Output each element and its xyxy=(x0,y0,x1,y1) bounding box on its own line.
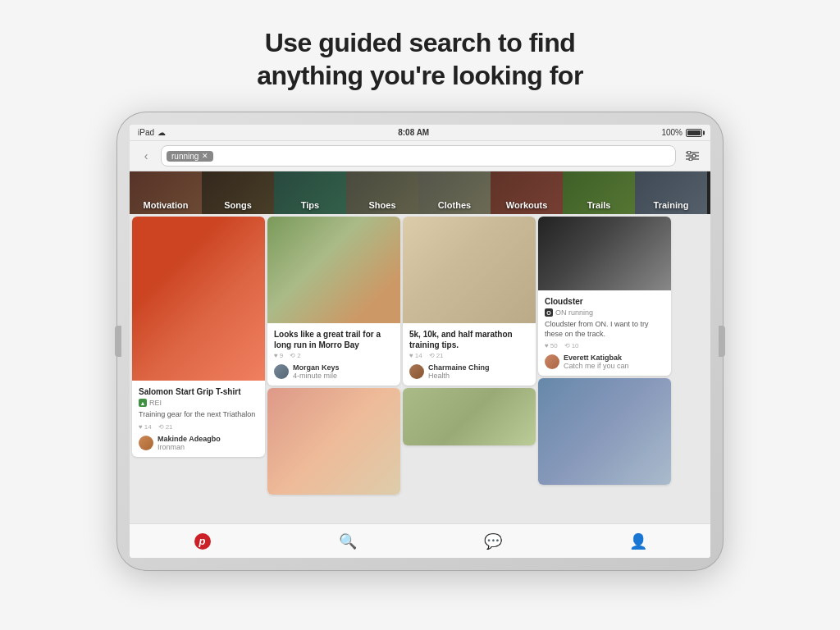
status-time: 8:08 AM xyxy=(398,128,429,137)
pin-card-2[interactable]: Looks like a great trail for a long run … xyxy=(267,217,400,386)
category-tips[interactable]: Tips xyxy=(274,171,346,214)
pin-column-3: 5k, 10k, and half marathon training tips… xyxy=(403,217,536,521)
category-workouts-label: Workouts xyxy=(506,200,548,214)
pin-body-4: 5k, 10k, and half marathon training tips… xyxy=(403,323,536,386)
pin-source-icon-1: ▲ xyxy=(139,399,147,407)
pin-title-4: 5k, 10k, and half marathon training tips… xyxy=(409,329,529,350)
pin-column-4: Cloudster O ON running Cloudster from ON… xyxy=(538,217,671,521)
pin-avatar-1 xyxy=(139,436,153,450)
status-left: iPad ☁ xyxy=(138,128,166,137)
battery-label: 100% xyxy=(661,128,682,137)
pin-title-1: Salomon Start Grip T-shirt xyxy=(139,386,258,397)
headline-line1: Use guided search to find xyxy=(257,26,583,59)
ipad-screen: iPad ☁ 8:08 AM 100% ‹ running ✕ xyxy=(130,125,710,558)
category-motivation-label: Motivation xyxy=(144,200,189,214)
pin-desc-6: Cloudster from ON. I want to try these o… xyxy=(545,320,664,339)
category-tips-label: Tips xyxy=(301,200,319,214)
content-area: Salomon Start Grip T-shirt ▲ REI Trainin… xyxy=(130,214,710,523)
category-shoes-label: Shoes xyxy=(368,200,395,214)
pin-username-1: Makinde Adeagbo xyxy=(158,435,221,443)
category-trails[interactable]: Trails xyxy=(563,171,635,214)
pin-likes-1: ♥ 14 xyxy=(139,423,152,431)
search-tag-label: running xyxy=(171,152,199,161)
battery-icon xyxy=(686,129,702,137)
pin-user-info-6: Everett Katigbak Catch me if you can xyxy=(564,354,629,370)
filter-button[interactable] xyxy=(682,146,702,166)
category-shoes[interactable]: Shoes xyxy=(346,171,418,214)
pin-body-6: Cloudster O ON running Cloudster from ON… xyxy=(538,290,671,376)
pin-user-2: Morgan Keys 4-minute mile xyxy=(274,363,394,380)
pin-source-icon-6: O xyxy=(545,308,553,317)
pin-card-5[interactable] xyxy=(403,388,536,445)
pin-user-4: Charmaine Ching Health xyxy=(409,363,529,380)
headline: Use guided search to find anything you'r… xyxy=(257,26,583,92)
pin-user-info-1: Makinde Adeagbo Ironman xyxy=(158,435,221,451)
search-nav-icon: 🔍 xyxy=(339,532,357,550)
pin-body-2: Looks like a great trail for a long run … xyxy=(267,323,400,386)
pin-card-6[interactable]: Cloudster O ON running Cloudster from ON… xyxy=(538,217,671,376)
profile-nav-icon: 👤 xyxy=(629,532,647,550)
pin-username-2: Morgan Keys xyxy=(293,363,340,372)
category-clothes[interactable]: Clothes xyxy=(418,171,491,214)
pin-user-info-2: Morgan Keys 4-minute mile xyxy=(293,363,340,380)
headline-line2: anything you're looking for xyxy=(257,59,583,92)
pin-repins-1: ⟲ 21 xyxy=(158,423,173,431)
nav-profile[interactable]: 👤 xyxy=(618,527,659,556)
category-trails-label: Trails xyxy=(587,200,611,214)
nav-home[interactable]: p xyxy=(182,527,223,556)
pin-card-4[interactable]: 5k, 10k, and half marathon training tips… xyxy=(403,217,536,386)
pin-image-1 xyxy=(132,217,265,381)
back-button[interactable]: ‹ xyxy=(138,148,154,164)
pin-repins-2: ⟲ 2 xyxy=(290,352,300,359)
pin-column-2: Looks like a great trail for a long run … xyxy=(267,217,400,521)
search-input-wrap[interactable]: running ✕ xyxy=(161,145,676,167)
pin-likes-4: ♥ 14 xyxy=(409,352,422,359)
pin-likes-2: ♥ 9 xyxy=(274,352,283,359)
category-clothes-label: Clothes xyxy=(438,200,471,214)
nav-search[interactable]: 🔍 xyxy=(327,527,368,556)
svg-point-3 xyxy=(687,151,691,154)
status-right: 100% xyxy=(661,128,702,137)
category-songs-label: Songs xyxy=(224,200,252,214)
pin-username-4: Charmaine Ching xyxy=(428,363,490,372)
pin-desc-1: Training gear for the next Triathalon xyxy=(139,410,258,420)
pin-card-1[interactable]: Salomon Start Grip T-shirt ▲ REI Trainin… xyxy=(132,217,265,457)
ipad-frame: iPad ☁ 8:08 AM 100% ‹ running ✕ xyxy=(116,112,724,571)
category-training[interactable]: Training xyxy=(635,171,707,214)
pin-source-text-1: REI xyxy=(149,399,162,407)
pin-image-6 xyxy=(538,217,671,290)
category-workouts[interactable]: Workouts xyxy=(491,171,563,214)
search-tag[interactable]: running ✕ xyxy=(167,151,213,162)
pin-user-subtitle-6: Catch me if you can xyxy=(564,362,629,370)
pin-image-2 xyxy=(267,217,400,323)
status-bar: iPad ☁ 8:08 AM 100% xyxy=(130,125,710,141)
category-songs[interactable]: Songs xyxy=(202,171,274,214)
pin-image-4 xyxy=(403,217,536,323)
pin-source-1: ▲ REI xyxy=(139,399,258,407)
pin-image-3 xyxy=(267,388,400,495)
pin-user-subtitle-4: Health xyxy=(428,372,490,380)
pin-repins-6: ⟲ 10 xyxy=(564,342,579,349)
category-motivation[interactable]: Motivation xyxy=(130,171,202,214)
pinterest-logo: p xyxy=(194,533,211,550)
pin-card-7[interactable] xyxy=(538,378,671,485)
search-tag-close[interactable]: ✕ xyxy=(202,152,208,160)
pin-user-1: Makinde Adeagbo Ironman xyxy=(139,435,258,451)
pin-body-1: Salomon Start Grip T-shirt ▲ REI Trainin… xyxy=(132,381,265,457)
search-bar: ‹ running ✕ xyxy=(130,141,710,171)
messages-nav-icon: 💬 xyxy=(484,532,502,550)
pin-repins-4: ⟲ 21 xyxy=(429,352,444,359)
svg-point-4 xyxy=(692,154,696,158)
device-label: iPad xyxy=(138,128,154,137)
pin-avatar-6 xyxy=(545,354,559,369)
svg-point-5 xyxy=(689,158,692,161)
nav-messages[interactable]: 💬 xyxy=(472,527,514,556)
pin-likes-6: ♥ 50 xyxy=(545,342,558,349)
pin-card-3[interactable] xyxy=(267,388,400,495)
pin-user-6: Everett Katigbak Catch me if you can xyxy=(545,354,664,370)
pin-user-subtitle-1: Ironman xyxy=(158,443,221,451)
pin-title-6: Cloudster xyxy=(545,296,664,307)
filter-icon xyxy=(686,151,699,161)
category-training-label: Training xyxy=(654,200,689,214)
pin-stats-4: ♥ 14 ⟲ 21 xyxy=(409,352,529,359)
